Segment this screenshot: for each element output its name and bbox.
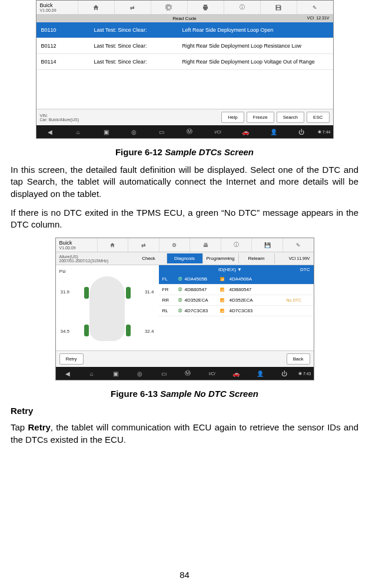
apps-icon[interactable]: ◎ <box>120 125 148 138</box>
edit-icon[interactable]: ✎ <box>297 1 333 14</box>
recent-icon[interactable]: ▣ <box>104 367 128 380</box>
antenna-icon: 📶 <box>220 277 230 281</box>
back-icon[interactable]: ◀ <box>56 367 80 380</box>
swap-icon[interactable]: ⇄ <box>128 238 159 252</box>
nav-bar: ◀ ⌂ ▣ ◎ ▭ Ⓜ VCI 🚗 👤 ⏻ ◉ 7:44 <box>36 125 333 138</box>
back-icon[interactable]: ◀ <box>36 125 64 138</box>
help-button[interactable]: Help <box>221 112 244 123</box>
blank-area <box>36 70 333 109</box>
sensor-row[interactable]: FR ⦿ 4DB80547 📶 4DB80547 <box>159 285 314 295</box>
dtc-row[interactable]: B0114 Last Test: Since Clear: Right Rear… <box>36 54 333 70</box>
apps-icon[interactable]: ◎ <box>128 367 152 380</box>
info-icon[interactable]: ⓘ <box>221 238 252 252</box>
home-nav-icon[interactable]: ⌂ <box>64 125 92 138</box>
vehicle-bar: Allure(US) 2007/01-2007/12(315MHz) Check… <box>56 252 314 265</box>
m-icon[interactable]: Ⓜ <box>176 367 200 380</box>
status-time: ◉ 7:43 <box>296 367 314 380</box>
power-icon[interactable]: ⏻ <box>287 125 315 138</box>
m-icon[interactable]: Ⓜ <box>176 125 204 138</box>
car-graphic <box>89 276 125 341</box>
dtc-column-header: DTC <box>281 267 310 272</box>
tire-rl <box>84 325 89 336</box>
vci-icon[interactable]: VCI <box>204 125 231 138</box>
sensor-row[interactable]: RL ⦿ 4D7C3C83 📶 4D7C3C83 <box>159 306 314 316</box>
home-icon[interactable] <box>97 238 128 252</box>
power-icon[interactable]: ⏻ <box>272 367 296 380</box>
save-icon[interactable]: 💾 <box>251 238 282 252</box>
data-header: ID(HEX) ▼ DTC <box>159 265 314 274</box>
psi-rr: 32.4 <box>145 329 154 334</box>
search-button[interactable]: Search <box>277 112 304 123</box>
car-icon[interactable]: 🚗 <box>224 367 248 380</box>
psi-label: Psi <box>59 269 155 274</box>
gear-icon[interactable] <box>151 1 187 14</box>
sub-header: Read Code VCI 12.31V <box>36 15 333 22</box>
dtc-status: Last Test: Since Clear: <box>94 43 182 49</box>
sensor-pos: FL <box>162 276 178 282</box>
car-icon[interactable]: 🚗 <box>232 125 260 138</box>
id-column-header[interactable]: ID(HEX) ▼ <box>180 267 281 272</box>
printer-icon[interactable] <box>187 1 224 14</box>
sensor-id2: 4DA4506A <box>230 276 287 282</box>
profile-icon[interactable]: 👤 <box>248 367 272 380</box>
dtc-desc: Right Rear Side Deployment Loop Resistan… <box>182 43 328 49</box>
recent-icon[interactable]: ▣ <box>92 125 119 138</box>
paragraph-3: Tap Retry, the tablet will communication… <box>11 422 358 446</box>
info-icon[interactable]: ⓘ <box>224 1 260 14</box>
app-header: Buick V1.00.09 ⇄ ⓘ ✎ <box>36 1 333 15</box>
status-time: ◉ 7:44 <box>315 125 333 138</box>
sensor-id2: 4D7C3C83 <box>230 308 287 313</box>
antenna-icon: 📶 <box>220 298 230 302</box>
version-label: V1.00.09 <box>40 8 74 12</box>
tab-check[interactable]: Check <box>131 253 167 263</box>
sensor-id2: 4D352ECA <box>230 298 287 303</box>
gear-icon[interactable]: ⚙ <box>159 238 190 252</box>
dtc-row[interactable]: B0112 Last Test: Since Clear: Right Rear… <box>36 38 333 54</box>
sensor-id: 4DA4505B <box>185 276 220 282</box>
figure-caption-2: Figure 6-13 Sample No DTC Screen <box>11 389 358 399</box>
device-icon[interactable]: ▭ <box>148 125 175 138</box>
brand-name: Buick <box>59 240 94 246</box>
dtc-code: B0112 <box>41 43 94 49</box>
tab-programming[interactable]: Programming <box>203 253 239 263</box>
paragraph-1: In this screen, the detailed fault defin… <box>11 164 358 200</box>
sensor-pos: FR <box>162 287 178 292</box>
dtc-desc: Left Rear Side Deployment Loop Open <box>182 27 328 33</box>
vci-icon[interactable]: VCI <box>200 367 224 380</box>
paragraph-2: If there is no DTC exited in the TPMS EC… <box>11 207 358 231</box>
data-panel: ID(HEX) ▼ DTC FL ⦿ 4DA4505B 📶 4DA4506A F… <box>159 265 314 350</box>
antenna-icon: 📶 <box>220 288 230 292</box>
tab-diagnosis[interactable]: Diagnosis <box>167 253 203 263</box>
home-icon[interactable] <box>78 1 114 14</box>
printer-icon[interactable]: 🖶 <box>190 238 221 252</box>
tire-fr <box>126 287 131 299</box>
signal-icon: ⦿ <box>178 276 185 282</box>
signal-icon: ⦿ <box>178 287 185 292</box>
home-nav-icon[interactable]: ⌂ <box>79 367 104 380</box>
vehicle-label: Allure(US) 2007/01-2007/12(315MHz) <box>59 255 131 263</box>
footer-bar: Retry Back <box>56 350 314 367</box>
back-button[interactable]: Back <box>287 353 310 365</box>
signal-icon: ⦿ <box>178 308 185 313</box>
esc-button[interactable]: ESC <box>307 112 329 123</box>
device-icon[interactable]: ▭ <box>152 367 176 380</box>
dtc-desc: Right Rear Side Deployment Loop Voltage … <box>182 59 328 65</box>
sensor-row[interactable]: RR ⦿ 4D352ECA 📶 4D352ECA No DTC <box>159 295 314 306</box>
swap-icon[interactable]: ⇄ <box>114 1 151 14</box>
retry-button[interactable]: Retry <box>59 353 84 365</box>
vin-info: VIN: Car: Buick/Allure(US) <box>40 113 220 122</box>
footer-bar: VIN: Car: Buick/Allure(US) Help Freeze S… <box>36 109 333 125</box>
figure-caption-1: Figure 6-12 Sample DTCs Screen <box>11 147 358 157</box>
dtc-status: Last Test: Since Clear: <box>94 27 182 33</box>
freeze-button[interactable]: Freeze <box>247 112 274 123</box>
edit-icon[interactable]: ✎ <box>282 238 314 252</box>
profile-icon[interactable]: 👤 <box>260 125 287 138</box>
save-icon[interactable] <box>260 1 297 14</box>
signal-icon: ⦿ <box>178 298 185 303</box>
dtc-row-selected[interactable]: B0110 Last Test: Since Clear: Left Rear … <box>36 22 333 38</box>
tab-relearn[interactable]: Relearn <box>239 253 275 263</box>
dtc-status: Last Test: Since Clear: <box>94 59 182 65</box>
sensor-pos: RR <box>162 298 178 303</box>
brand-label: Buick V1.00.09 <box>56 239 97 251</box>
sensor-row[interactable]: FL ⦿ 4DA4505B 📶 4DA4506A <box>159 274 314 285</box>
